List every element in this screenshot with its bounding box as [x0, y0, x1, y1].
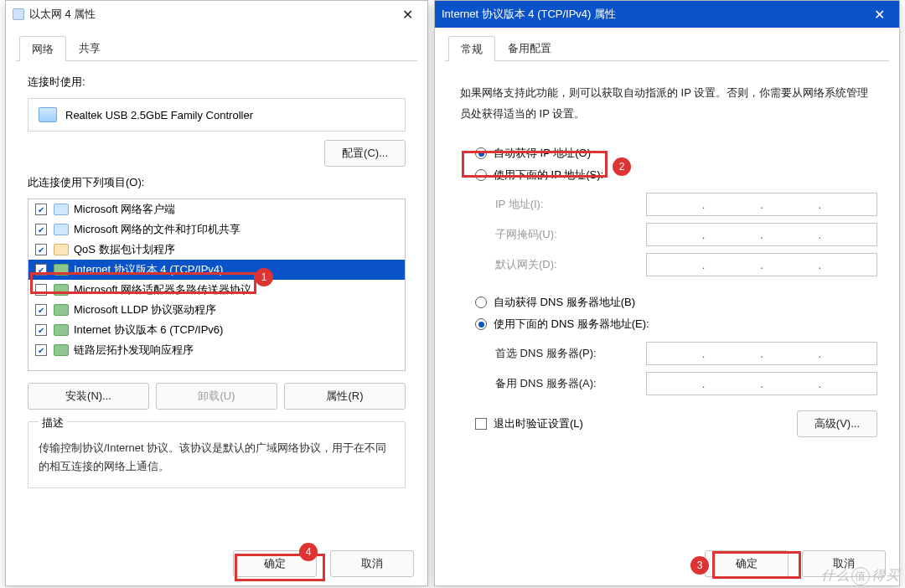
component-icon: [54, 244, 69, 255]
adapter-icon: [39, 107, 57, 122]
dns1-input[interactable]: ...: [646, 342, 877, 365]
component-list-label: 此连接使用下列项目(O):: [28, 175, 406, 190]
checkbox-icon[interactable]: [35, 324, 47, 336]
checkbox-icon[interactable]: [35, 244, 47, 255]
radio-icon: [475, 297, 487, 308]
radio-icon: [475, 147, 487, 159]
dns2-label: 备用 DNS 服务器(A):: [495, 376, 646, 391]
dns2-input[interactable]: ...: [646, 372, 877, 395]
component-icon: [54, 344, 69, 356]
component-item[interactable]: 链路层拓扑发现响应程序: [28, 340, 405, 360]
window1-title: 以太网 4 属性: [29, 7, 96, 22]
validate-label: 退出时验证设置(L): [494, 416, 583, 431]
component-icon: [54, 304, 69, 316]
configure-button[interactable]: 配置(C)...: [324, 140, 406, 167]
radio-icon: [475, 318, 487, 330]
ipv4-properties-window: Internet 协议版本 4 (TCP/IPv4) 属性 ✕ 常规 备用配置 …: [434, 0, 900, 586]
ok-button[interactable]: 确定: [705, 550, 789, 577]
component-icon: [54, 264, 69, 276]
validate-checkbox[interactable]: 退出时验证设置(L): [473, 413, 585, 435]
adapter-box[interactable]: Realtek USB 2.5GbE Family Controller: [28, 98, 406, 132]
install-button[interactable]: 安装(N)...: [28, 383, 149, 410]
ethernet-properties-window: 以太网 4 属性 ✕ 网络 共享 连接时使用: Realtek USB 2.5G…: [5, 0, 428, 586]
tab-network[interactable]: 网络: [19, 36, 66, 61]
dns1-label: 首选 DNS 服务器(P):: [495, 346, 646, 361]
radio-icon: [475, 169, 487, 181]
checkbox-icon[interactable]: [35, 304, 47, 316]
cancel-button[interactable]: 取消: [802, 550, 886, 577]
subnet-mask-label: 子网掩码(U):: [495, 227, 646, 242]
component-item[interactable]: Microsoft LLDP 协议驱动程序: [28, 300, 405, 320]
tab-general[interactable]: 常规: [448, 36, 495, 61]
properties-button[interactable]: 属性(R): [284, 383, 406, 410]
gateway-input: ...: [646, 253, 877, 276]
dns-manual-label: 使用下面的 DNS 服务器地址(E):: [494, 317, 649, 332]
tab-alternate[interactable]: 备用配置: [495, 35, 564, 60]
ip-manual-label: 使用下面的 IP 地址(S):: [494, 168, 603, 183]
uninstall-button: 卸载(U): [156, 383, 277, 410]
tabstrip-win1: 网络 共享: [16, 34, 417, 61]
window2-title: Internet 协议版本 4 (TCP/IPv4) 属性: [442, 7, 616, 22]
subnet-mask-input: ...: [646, 223, 877, 246]
close-icon[interactable]: ✕: [394, 7, 421, 23]
component-item[interactable]: Microsoft 网络适配器多路传送器协议: [28, 280, 405, 300]
close-icon[interactable]: ✕: [866, 7, 892, 23]
radio-ip-manual[interactable]: 使用下面的 IP 地址(S):: [473, 164, 877, 186]
dns-auto-label: 自动获得 DNS 服务器地址(B): [494, 295, 635, 310]
component-item[interactable]: QoS 数据包计划程序: [28, 240, 405, 260]
ip-address-label: IP 地址(I):: [495, 197, 646, 212]
description-label: 描述: [39, 415, 67, 431]
gateway-label: 默认网关(D):: [495, 257, 646, 272]
cancel-button[interactable]: 取消: [330, 550, 414, 577]
ip-auto-label: 自动获得 IP 地址(O): [494, 146, 591, 161]
radio-ip-auto[interactable]: 自动获得 IP 地址(O): [473, 142, 877, 164]
checkbox-icon: [475, 418, 487, 430]
component-item[interactable]: Internet 协议版本 4 (TCP/IPv4): [28, 260, 405, 280]
ip-address-input: ...: [646, 193, 877, 216]
checkbox-icon[interactable]: [35, 284, 47, 296]
checkbox-icon[interactable]: [35, 204, 47, 215]
ok-button[interactable]: 确定: [233, 550, 317, 577]
component-label: Microsoft LLDP 协议驱动程序: [74, 302, 216, 317]
tabstrip-win2: 常规 备用配置: [445, 34, 889, 61]
ethernet-icon: [13, 8, 24, 20]
component-list[interactable]: Microsoft 网络客户端Microsoft 网络的文件和打印机共享QoS …: [28, 199, 406, 371]
component-label: QoS 数据包计划程序: [74, 242, 175, 257]
component-item[interactable]: Microsoft 网络的文件和打印机共享: [28, 219, 405, 240]
component-icon: [54, 204, 69, 215]
ipv4-info-text: 如果网络支持此功能，则可以获取自动指派的 IP 设置。否则，你需要从网络系统管理…: [460, 83, 874, 124]
checkbox-icon[interactable]: [35, 224, 47, 235]
component-label: Internet 协议版本 6 (TCP/IPv6): [74, 322, 223, 338]
component-icon: [54, 224, 69, 235]
component-label: Microsoft 网络适配器多路传送器协议: [74, 282, 251, 297]
checkbox-icon[interactable]: [35, 344, 47, 356]
adapter-name: Realtek USB 2.5GbE Family Controller: [65, 109, 253, 121]
tab-share[interactable]: 共享: [66, 35, 113, 60]
radio-dns-auto[interactable]: 自动获得 DNS 服务器地址(B): [473, 291, 877, 313]
titlebar-win2[interactable]: Internet 协议版本 4 (TCP/IPv4) 属性 ✕: [435, 1, 899, 28]
component-item[interactable]: Microsoft 网络客户端: [28, 199, 405, 219]
component-label: 链路层拓扑发现响应程序: [74, 343, 194, 358]
component-label: Internet 协议版本 4 (TCP/IPv4): [74, 262, 223, 277]
component-label: Microsoft 网络客户端: [74, 202, 175, 217]
component-icon: [54, 284, 69, 296]
radio-dns-manual[interactable]: 使用下面的 DNS 服务器地址(E):: [473, 313, 877, 335]
checkbox-icon[interactable]: [35, 264, 47, 276]
component-item[interactable]: Internet 协议版本 6 (TCP/IPv6): [28, 320, 405, 340]
advanced-button[interactable]: 高级(V)...: [797, 410, 877, 437]
component-label: Microsoft 网络的文件和打印机共享: [74, 222, 240, 237]
titlebar-win1[interactable]: 以太网 4 属性 ✕: [6, 1, 427, 28]
component-icon: [54, 324, 69, 336]
description-text: 传输控制协议/Internet 协议。该协议是默认的广域网络协议，用于在不同的相…: [39, 439, 395, 476]
connect-using-label: 连接时使用:: [28, 75, 406, 90]
